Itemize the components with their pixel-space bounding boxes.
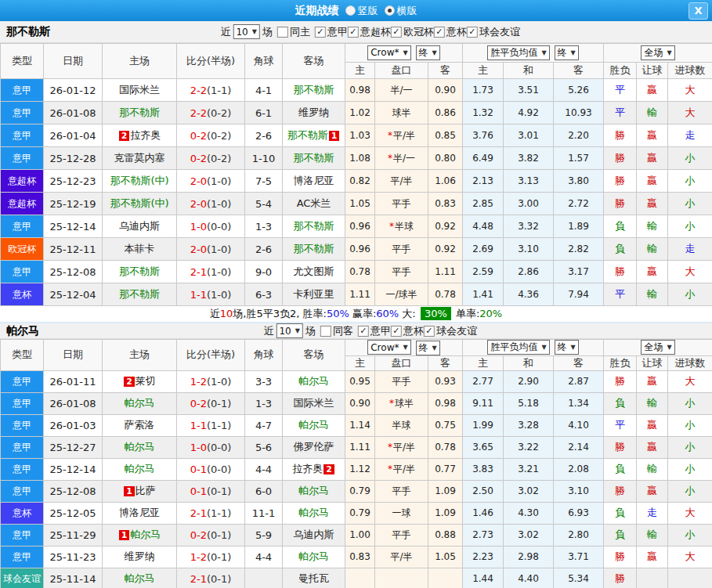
avg-odds-select[interactable]: 胜平负均值▼: [487, 45, 549, 60]
same-venue-checkbox[interactable]: [320, 326, 331, 337]
handicap-cell: [375, 568, 428, 588]
sub-column-header: 进球数: [668, 63, 712, 79]
sub-column-header: 客: [428, 355, 463, 370]
team-link: 帕尔马: [125, 463, 155, 474]
result-goals-cell: 小: [668, 392, 712, 414]
match-date-cell: 26-01-08: [44, 392, 103, 414]
odds-away-cell: 0.92: [428, 215, 463, 238]
table-row: 意杯25-12-05博洛尼亚2-1(1-1)11-1帕尔马0.79一球1.091…: [1, 502, 712, 524]
odds-away-cell: 0.78: [428, 436, 463, 458]
away-team-cell: 那不勒斯: [283, 147, 345, 170]
league-checkbox[interactable]: ✓: [391, 326, 402, 337]
sub-column-header: 主: [345, 63, 375, 79]
avg-odds-select[interactable]: 胜平负均值▼: [487, 340, 549, 355]
result-goals-cell: 走: [668, 238, 712, 261]
avg-time-select[interactable]: 终▼: [555, 340, 579, 355]
odds-time-select[interactable]: 终▼: [416, 45, 440, 60]
period-select[interactable]: 全场▼: [641, 340, 674, 355]
recent-count-select[interactable]: 10▼: [233, 24, 259, 39]
odds-away-cell: 0.83: [428, 193, 463, 215]
corners-cell: 11-1: [245, 502, 283, 524]
league-checkbox[interactable]: ✓: [434, 27, 445, 38]
same-venue-checkbox[interactable]: [277, 27, 288, 38]
odds-home-cell: 0.96: [345, 215, 375, 238]
avg-draw-cell: 3.32: [504, 215, 554, 238]
odds-time-select[interactable]: 终▼: [416, 341, 440, 355]
recent-label: 近: [220, 25, 230, 39]
team-link: 那不勒斯(中): [110, 197, 168, 209]
summary-text: 赢率:: [349, 308, 377, 319]
league-checkbox[interactable]: ✓: [391, 27, 402, 38]
score-cell: 0-2(0-2): [177, 147, 245, 170]
result-wdl-cell: 負: [604, 458, 637, 480]
score-cell: 1-0(0-0): [177, 436, 245, 458]
vertical-layout-option[interactable]: 竖版: [345, 4, 378, 18]
league-checkbox[interactable]: ✓: [348, 27, 359, 38]
sub-column-header: 盘口: [375, 355, 428, 370]
avg-away-cell: 1.57: [554, 147, 604, 170]
league-checkbox[interactable]: ✓: [315, 27, 326, 38]
table-row: 意甲26-01-08那不勒斯2-2(0-2)6-1维罗纳1.02球半0.861.…: [1, 102, 712, 124]
same-venue-label: 同客: [333, 324, 353, 338]
handicap-text: 半/一: [393, 153, 415, 164]
home-team-cell: 国际米兰: [103, 79, 177, 102]
table-row: 意甲25-12-081比萨0-1(0-1)6-0帕尔马0.79平手1.092.5…: [1, 480, 712, 502]
horizontal-radio-icon[interactable]: [385, 5, 395, 16]
away-team-cell: 佛罗伦萨: [283, 436, 345, 458]
handicap-star: *: [388, 130, 392, 141]
match-date-cell: 26-01-11: [44, 370, 103, 392]
result-goals-cell: 小: [668, 436, 712, 458]
summary-count: 10: [220, 308, 233, 319]
result-handicap-cell: 輸: [637, 458, 668, 480]
avg-home-cell: 2.23: [463, 546, 504, 568]
league-checkbox[interactable]: ✓: [424, 326, 435, 337]
result-wdl-cell: 負: [604, 524, 637, 546]
sub-column-header: 让球: [637, 63, 668, 79]
result-wdl-cell: 勝: [604, 261, 637, 283]
handicap-text: 半/一: [390, 85, 412, 96]
result-goals-cell: 小: [668, 193, 712, 215]
result-wdl-cell: 勝: [604, 170, 637, 193]
avg-home-cell: 1.46: [463, 502, 504, 524]
result-handicap-cell: 輸: [637, 392, 668, 414]
period-select[interactable]: 全场▼: [641, 45, 674, 60]
chevron-down-icon: ▼: [541, 344, 546, 351]
result-wdl-cell: 負: [604, 215, 637, 238]
avg-time-select[interactable]: 终▼: [555, 45, 579, 60]
fulltime-score: 0-2: [190, 529, 207, 541]
avg-away-cell: 2.80: [554, 524, 604, 546]
avg-draw-cell: 2.98: [504, 546, 554, 568]
score-cell: 2-0(1-0): [177, 238, 245, 261]
close-button[interactable]: X: [689, 2, 708, 20]
odds-home-cell: 1.11: [345, 283, 375, 306]
match-date-cell: 25-11-23: [44, 546, 103, 568]
halftime-score: (1-0): [207, 376, 231, 388]
match-type-cell: 意甲: [1, 480, 44, 502]
match-date-cell: 25-12-08: [44, 480, 103, 502]
odds-company-select[interactable]: Crow*▼: [367, 45, 410, 60]
vertical-radio-icon[interactable]: [345, 5, 356, 16]
match-filters: 近10▼场同主✓意甲✓意超杯✓欧冠杯✓意杯✓球会友谊: [220, 24, 519, 39]
section-header: 帕尔马近10▼场同客✓意甲✓意杯✓球会友谊: [0, 322, 712, 339]
corners-cell: 2-6: [245, 124, 283, 147]
home-team-cell: 1比萨: [103, 480, 177, 502]
halftime-score: (0-1): [207, 398, 231, 409]
score-cell: 2-2(1-1): [177, 79, 245, 102]
match-type-cell: 意甲: [1, 124, 44, 147]
dropdown-value: 胜平负均值: [490, 341, 537, 354]
league-checkbox[interactable]: ✓: [358, 326, 369, 337]
match-type-cell: 意甲: [1, 546, 44, 568]
league-checkbox[interactable]: ✓: [467, 27, 478, 38]
chevron-down-icon: ▼: [667, 344, 671, 351]
odds-home-cell: 0.78: [345, 261, 375, 283]
recent-count-select[interactable]: 10▼: [276, 323, 302, 338]
avg-draw-cell: 3.02: [504, 524, 554, 546]
avg-away-cell: 3.17: [554, 261, 604, 283]
odds-home-cell: 1.14: [345, 414, 375, 436]
result-handicap-cell: 贏: [637, 170, 668, 193]
odds-company-select[interactable]: Crow*▼: [367, 340, 410, 355]
avg-away-cell: 1.89: [554, 215, 604, 238]
result-goals-cell: 大: [668, 261, 712, 283]
horizontal-layout-option[interactable]: 横版: [385, 4, 417, 18]
sections-container: 那不勒斯近10▼场同主✓意甲✓意超杯✓欧冠杯✓意杯✓球会友谊类型日期主场比分(半…: [0, 21, 712, 588]
